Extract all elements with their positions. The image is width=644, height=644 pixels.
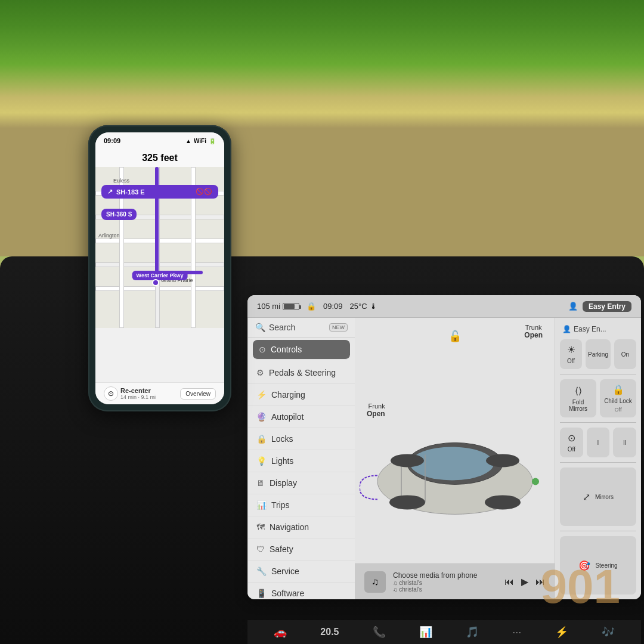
menu-item-display[interactable]: 🖥 Display [248, 472, 355, 494]
svg-point-9 [532, 478, 539, 485]
phone-bottom-bar: ⊙ Re-center 14 min · 9.1 mi Overview [95, 382, 224, 404]
music2-icon[interactable]: 🎶 [602, 626, 615, 639]
temp-icon: 🌡 [370, 302, 377, 311]
search-text: Search [269, 323, 326, 332]
menu-item-trips[interactable]: 📊 Trips [248, 494, 355, 516]
charging-label: Charging [271, 390, 305, 400]
mirrors-button[interactable]: ⤢ Mirrors [560, 467, 636, 526]
tesla-taskbar: 🚗 20.5 📞 📊 🎵 ··· ⚡ 🎶 [247, 620, 641, 644]
child-lock-button[interactable]: 🔒 Child Lock Off [600, 379, 636, 417]
svg-point-8 [486, 454, 519, 467]
divider-4 [560, 531, 636, 531]
play-button[interactable]: ▶ [521, 576, 528, 587]
svg-point-6 [485, 495, 521, 509]
distance-value: 105 mi [257, 302, 280, 311]
software-label: Software [271, 589, 304, 598]
svg-point-5 [389, 495, 425, 509]
mirror-adjust-icon: ⤢ [583, 491, 590, 503]
prev-track-button[interactable]: ⏮ [504, 577, 514, 587]
phone-nav-header: 325 feet [95, 149, 224, 167]
autopilot-label: Autopilot [271, 412, 304, 422]
safety-label: Safety [270, 544, 293, 554]
software-icon: 📱 [256, 589, 267, 598]
recenter-time: 14 min · 9.1 mi [120, 394, 156, 400]
music-icon[interactable]: 🎵 [466, 626, 479, 639]
autopilot-icon: 🔮 [256, 412, 267, 422]
tesla-status-bar: 105 mi 🔒 09:09 25°C 🌡 👤 Easy Entry [247, 295, 641, 318]
media-subtitle-2: ♫ christal's [393, 586, 497, 593]
route-line-v [155, 167, 159, 274]
speed-1-button[interactable]: I [587, 428, 610, 457]
divider-1 [560, 374, 636, 374]
lock-child-icon: 🔒 [612, 384, 624, 395]
media-title: Choose media from phone [393, 571, 497, 580]
phone-time: 09:09 [104, 137, 120, 144]
battery-bar [283, 303, 299, 310]
fold-mirrors-button[interactable]: ⟨⟩ Fold Mirrors [560, 379, 596, 417]
service-label: Service [271, 566, 299, 576]
time-value: 09:09 [323, 302, 343, 311]
phone-status-bar: 09:09 ▲ WiFi 🔋 [95, 132, 224, 149]
fold-childlock-row: ⟨⟩ Fold Mirrors 🔒 Child Lock Off [560, 379, 636, 417]
search-bar[interactable]: 🔍 Search NEW [248, 318, 355, 338]
menu-item-software[interactable]: 📱 Software [248, 583, 355, 599]
pedals-label: Pedals & Steering [269, 368, 336, 377]
sun-icon: ☀ [567, 344, 575, 355]
menu-item-charging[interactable]: ⚡ Charging [248, 384, 355, 406]
car-icon[interactable]: 🚗 [274, 626, 287, 639]
car-image [360, 410, 550, 531]
recenter-circle[interactable]: ⊙ [104, 386, 118, 401]
bluetooth-icon[interactable]: ⚡ [555, 626, 568, 639]
service-icon: 🔧 [256, 566, 267, 576]
phone-icon[interactable]: 📞 [373, 626, 386, 639]
trips-icon: 📊 [256, 500, 267, 510]
lights-row: ☀ Off Parking On [560, 339, 636, 369]
trunk-label: Trunk Open [524, 324, 543, 339]
menu-item-controls[interactable]: ⊙ Controls [253, 340, 350, 360]
mode-controls: 👤 Easy Entry [568, 301, 631, 312]
speed-off-button[interactable]: ⊙ Off [560, 428, 583, 457]
menu-item-autopilot[interactable]: 🔮 Autopilot [248, 406, 355, 428]
profile-header: 👤 Easy En... [560, 323, 636, 336]
parking-lights-button[interactable]: Parking [586, 339, 611, 369]
overview-button[interactable]: Overview [180, 388, 216, 400]
pedals-icon: ⚙ [256, 368, 264, 377]
phone-map[interactable]: Euless Arlington Grand Prairie ↗ SH-183 … [95, 167, 224, 328]
tesla-screen: 105 mi 🔒 09:09 25°C 🌡 👤 Easy Entry 🔍 Sea… [247, 295, 641, 599]
menu-item-locks[interactable]: 🔒 Locks [248, 428, 355, 450]
direction-banner-1: ↗ SH-183 E 🚫🚫 [101, 185, 218, 199]
lights-label: Lights [271, 456, 293, 466]
destination-pin: West Carrier Pkwy [132, 271, 188, 280]
recenter-info: Re-center 14 min · 9.1 mi [120, 387, 156, 400]
no-entry-icons: 🚫🚫 [196, 188, 212, 196]
trunk-open-status: Open [524, 331, 543, 339]
car-visualization-area: Trunk Open Frunk Open 🔓 [355, 318, 555, 599]
person-icon: 👤 [568, 302, 578, 311]
recenter-label: Re-center [120, 387, 156, 394]
easy-entry-btn[interactable]: Easy Entry [583, 301, 631, 312]
watermark: 901 [541, 559, 620, 614]
trips-label: Trips [271, 500, 290, 510]
locks-icon: 🔒 [256, 434, 267, 444]
mirrors-fold-icon: ⟨⟩ [575, 385, 582, 397]
menu-item-navigation[interactable]: 🗺 Navigation [248, 516, 355, 538]
temp-value: 25°C [350, 302, 367, 311]
battery-icon: 🔋 [209, 138, 216, 144]
profile-label: Easy En... [574, 325, 606, 333]
location-dot [152, 279, 159, 286]
menu-item-service[interactable]: 🔧 Service [248, 561, 355, 583]
tesla-main: 🔍 Search NEW ⊙ Controls ⚙ Pedals & Steer… [247, 318, 641, 599]
menu-item-lights[interactable]: 💡 Lights [248, 450, 355, 472]
display-icon: 🖥 [256, 478, 265, 488]
lights-on-button[interactable]: On [614, 339, 636, 369]
menu-item-safety[interactable]: 🛡 Safety [248, 538, 355, 561]
media-subtitle-1: ♫ christal's [393, 580, 497, 586]
menu-item-pedals[interactable]: ⚙ Pedals & Steering [248, 362, 355, 384]
nav-distance: 325 feet [142, 153, 178, 163]
lights-off-button[interactable]: ☀ Off [560, 339, 582, 369]
wifi-icon: WiFi [194, 138, 206, 144]
map-road [95, 239, 224, 243]
equalizer-icon[interactable]: 📊 [419, 626, 432, 639]
speed-2-button[interactable]: II [613, 428, 636, 457]
more-dots-icon[interactable]: ··· [512, 626, 521, 639]
